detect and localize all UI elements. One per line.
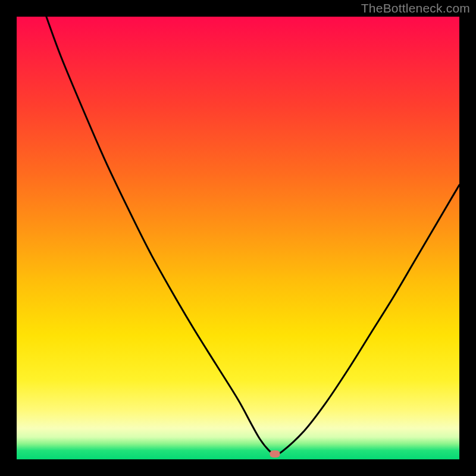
- bottleneck-curve: [46, 17, 459, 455]
- optimal-marker: [270, 450, 280, 458]
- plot-area: [17, 17, 459, 459]
- chart-container: TheBottleneck.com: [0, 0, 476, 476]
- watermark-text: TheBottleneck.com: [361, 1, 470, 15]
- curve-svg: [17, 17, 459, 459]
